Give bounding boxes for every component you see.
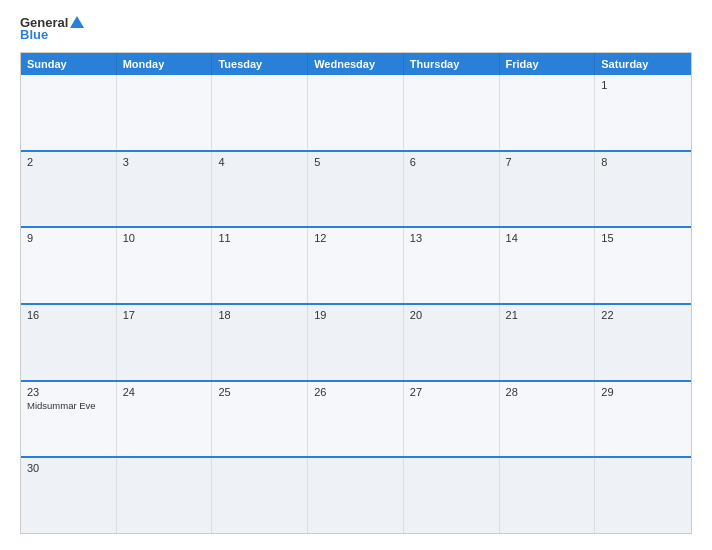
calendar-cell xyxy=(308,458,404,533)
calendar-cell: 11 xyxy=(212,228,308,303)
calendar-cell: 10 xyxy=(117,228,213,303)
day-number: 24 xyxy=(123,386,206,398)
day-number: 14 xyxy=(506,232,589,244)
calendar-header-cell: Sunday xyxy=(21,53,117,75)
calendar-cell: 22 xyxy=(595,305,691,380)
calendar-cell: 16 xyxy=(21,305,117,380)
calendar-cell xyxy=(21,75,117,150)
calendar-cell: 5 xyxy=(308,152,404,227)
calendar-cell: 3 xyxy=(117,152,213,227)
calendar-cell: 9 xyxy=(21,228,117,303)
day-number: 8 xyxy=(601,156,685,168)
day-number: 22 xyxy=(601,309,685,321)
day-number: 11 xyxy=(218,232,301,244)
calendar-cell xyxy=(500,75,596,150)
calendar-header: SundayMondayTuesdayWednesdayThursdayFrid… xyxy=(21,53,691,75)
calendar-cell: 19 xyxy=(308,305,404,380)
calendar-week: 9101112131415 xyxy=(21,226,691,303)
calendar-cell: 1 xyxy=(595,75,691,150)
calendar-cell xyxy=(117,458,213,533)
calendar-cell: 13 xyxy=(404,228,500,303)
calendar-cell: 28 xyxy=(500,382,596,457)
day-number: 6 xyxy=(410,156,493,168)
day-number: 26 xyxy=(314,386,397,398)
calendar-week: 23Midsummar Eve242526272829 xyxy=(21,380,691,457)
page: General Blue SundayMondayTuesdayWednesda… xyxy=(0,0,712,550)
calendar-cell xyxy=(404,458,500,533)
calendar-cell: 17 xyxy=(117,305,213,380)
calendar-cell xyxy=(595,458,691,533)
calendar-cell xyxy=(308,75,404,150)
calendar-cell xyxy=(117,75,213,150)
day-number: 27 xyxy=(410,386,493,398)
day-number: 3 xyxy=(123,156,206,168)
calendar-cell: 24 xyxy=(117,382,213,457)
logo-blue-text: Blue xyxy=(20,27,48,42)
calendar-week: 1 xyxy=(21,75,691,150)
calendar-week: 2345678 xyxy=(21,150,691,227)
day-number: 13 xyxy=(410,232,493,244)
calendar-cell: 26 xyxy=(308,382,404,457)
calendar-cell: 4 xyxy=(212,152,308,227)
day-number: 5 xyxy=(314,156,397,168)
day-number: 21 xyxy=(506,309,589,321)
logo-triangle-icon xyxy=(70,16,84,28)
calendar-cell: 14 xyxy=(500,228,596,303)
calendar-cell: 18 xyxy=(212,305,308,380)
day-number: 15 xyxy=(601,232,685,244)
calendar-cell: 29 xyxy=(595,382,691,457)
calendar-cell: 23Midsummar Eve xyxy=(21,382,117,457)
calendar-cell xyxy=(404,75,500,150)
day-number: 25 xyxy=(218,386,301,398)
day-number: 20 xyxy=(410,309,493,321)
calendar-cell: 12 xyxy=(308,228,404,303)
calendar-cell: 21 xyxy=(500,305,596,380)
calendar-cell: 30 xyxy=(21,458,117,533)
day-number: 29 xyxy=(601,386,685,398)
calendar-body: 1234567891011121314151617181920212223Mid… xyxy=(21,75,691,533)
day-number: 28 xyxy=(506,386,589,398)
day-number: 10 xyxy=(123,232,206,244)
day-number: 17 xyxy=(123,309,206,321)
calendar-cell: 20 xyxy=(404,305,500,380)
calendar-header-cell: Saturday xyxy=(595,53,691,75)
calendar-header-cell: Wednesday xyxy=(308,53,404,75)
calendar-week: 30 xyxy=(21,456,691,533)
day-number: 18 xyxy=(218,309,301,321)
logo: General Blue xyxy=(20,16,84,42)
calendar-cell: 8 xyxy=(595,152,691,227)
calendar-header-cell: Tuesday xyxy=(212,53,308,75)
day-number: 16 xyxy=(27,309,110,321)
day-number: 12 xyxy=(314,232,397,244)
calendar-header-cell: Thursday xyxy=(404,53,500,75)
calendar-header-cell: Friday xyxy=(500,53,596,75)
calendar-cell: 7 xyxy=(500,152,596,227)
calendar-cell xyxy=(212,458,308,533)
day-number: 1 xyxy=(601,79,685,91)
day-event: Midsummar Eve xyxy=(27,400,110,411)
calendar-cell: 6 xyxy=(404,152,500,227)
header: General Blue xyxy=(20,16,692,42)
calendar-cell: 27 xyxy=(404,382,500,457)
day-number: 9 xyxy=(27,232,110,244)
day-number: 7 xyxy=(506,156,589,168)
calendar-cell: 2 xyxy=(21,152,117,227)
day-number: 30 xyxy=(27,462,110,474)
day-number: 2 xyxy=(27,156,110,168)
day-number: 23 xyxy=(27,386,110,398)
calendar-cell xyxy=(212,75,308,150)
calendar: SundayMondayTuesdayWednesdayThursdayFrid… xyxy=(20,52,692,534)
calendar-week: 16171819202122 xyxy=(21,303,691,380)
day-number: 19 xyxy=(314,309,397,321)
calendar-header-cell: Monday xyxy=(117,53,213,75)
calendar-cell: 25 xyxy=(212,382,308,457)
calendar-cell: 15 xyxy=(595,228,691,303)
day-number: 4 xyxy=(218,156,301,168)
calendar-cell xyxy=(500,458,596,533)
